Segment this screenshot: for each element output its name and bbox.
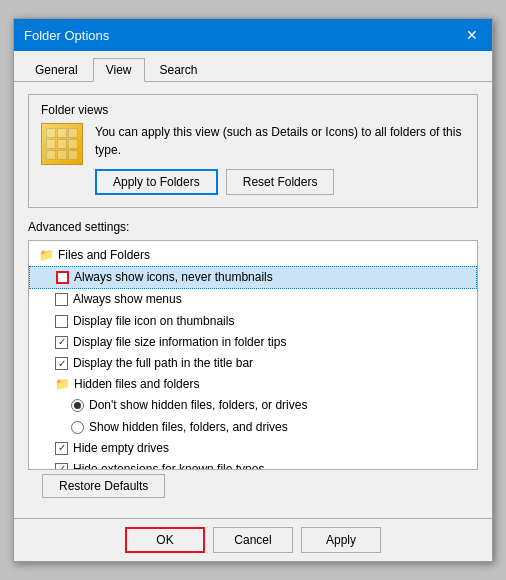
item-label: Always show icons, never thumbnails <box>74 268 273 287</box>
category-label: Files and Folders <box>58 246 150 265</box>
folder-icon <box>41 123 83 165</box>
dialog-title: Folder Options <box>24 28 109 43</box>
grid-cell <box>57 139 67 149</box>
tree-category-files-folders: 📁 Files and Folders <box>29 245 477 266</box>
ok-button[interactable]: OK <box>125 527 205 553</box>
tab-search[interactable]: Search <box>147 58 211 82</box>
item-label: Don't show hidden files, folders, or dri… <box>89 396 307 415</box>
item-label: Hide empty drives <box>73 439 169 458</box>
folder-icon: 📁 <box>39 246 54 265</box>
item-label: Hide extensions for known file types <box>73 460 264 470</box>
folder-views-description: You can apply this view (such as Details… <box>95 123 465 159</box>
tree-item-hide-extensions[interactable]: Hide extensions for known file types <box>29 459 477 470</box>
checkbox-always-show-icons[interactable] <box>56 271 69 284</box>
dialog-footer: OK Cancel Apply <box>14 518 492 561</box>
radio-dont-show-hidden[interactable] <box>71 399 84 412</box>
folder-icon-grid <box>46 128 78 160</box>
checkbox-hide-extensions[interactable] <box>55 463 68 470</box>
grid-cell <box>57 150 67 160</box>
close-button[interactable]: ✕ <box>462 25 482 45</box>
tree-item-dont-show-hidden[interactable]: Don't show hidden files, folders, or dri… <box>29 395 477 416</box>
tab-content: Folder views You <box>14 82 492 518</box>
folder-views-inner: You can apply this view (such as Details… <box>41 123 465 195</box>
tree-item-show-hidden[interactable]: Show hidden files, folders, and drives <box>29 417 477 438</box>
folder-icon: 📁 <box>55 375 70 394</box>
tree-item-display-file-icon[interactable]: Display file icon on thumbnails <box>29 311 477 332</box>
title-bar: Folder Options ✕ <box>14 19 492 51</box>
checkbox-hide-empty-drives[interactable] <box>55 442 68 455</box>
tab-general[interactable]: General <box>22 58 91 82</box>
grid-cell <box>68 150 78 160</box>
restore-defaults-button[interactable]: Restore Defaults <box>42 474 165 498</box>
tab-view[interactable]: View <box>93 58 145 82</box>
apply-button[interactable]: Apply <box>301 527 381 553</box>
checkbox-display-full-path[interactable] <box>55 357 68 370</box>
item-label: Display file icon on thumbnails <box>73 312 234 331</box>
checkbox-display-file-icon[interactable] <box>55 315 68 328</box>
checkbox-display-file-size[interactable] <box>55 336 68 349</box>
advanced-settings-label: Advanced settings: <box>28 220 478 234</box>
tree-item-display-full-path[interactable]: Display the full path in the title bar <box>29 353 477 374</box>
item-label: Display file size information in folder … <box>73 333 286 352</box>
grid-cell <box>46 150 56 160</box>
item-label: Always show menus <box>73 290 182 309</box>
grid-cell <box>46 139 56 149</box>
item-label: Display the full path in the title bar <box>73 354 253 373</box>
grid-cell <box>68 139 78 149</box>
cancel-button[interactable]: Cancel <box>213 527 293 553</box>
item-label: Show hidden files, folders, and drives <box>89 418 288 437</box>
tree-item-always-show-menus[interactable]: Always show menus <box>29 289 477 310</box>
bottom-actions: Restore Defaults <box>28 470 478 506</box>
tree-item-always-show-icons[interactable]: Always show icons, never thumbnails <box>29 266 477 289</box>
checkbox-always-show-menus[interactable] <box>55 293 68 306</box>
tree-item-display-file-size[interactable]: Display file size information in folder … <box>29 332 477 353</box>
grid-cell <box>68 128 78 138</box>
advanced-settings-tree[interactable]: 📁 Files and Folders Always show icons, n… <box>28 240 478 470</box>
apply-to-folders-button[interactable]: Apply to Folders <box>95 169 218 195</box>
folder-options-dialog: Folder Options ✕ General View Search Fol… <box>13 18 493 562</box>
reset-folders-button[interactable]: Reset Folders <box>226 169 335 195</box>
folder-views-right: You can apply this view (such as Details… <box>95 123 465 195</box>
grid-cell <box>46 128 56 138</box>
folder-views-label: Folder views <box>41 103 465 117</box>
tree-item-hide-empty-drives[interactable]: Hide empty drives <box>29 438 477 459</box>
radio-show-hidden[interactable] <box>71 421 84 434</box>
category-label: Hidden files and folders <box>74 375 199 394</box>
folder-buttons: Apply to Folders Reset Folders <box>95 169 465 195</box>
tree-category-hidden-files: 📁 Hidden files and folders <box>29 374 477 395</box>
grid-cell <box>57 128 67 138</box>
folder-views-group: Folder views You <box>28 94 478 208</box>
tab-bar: General View Search <box>14 51 492 82</box>
